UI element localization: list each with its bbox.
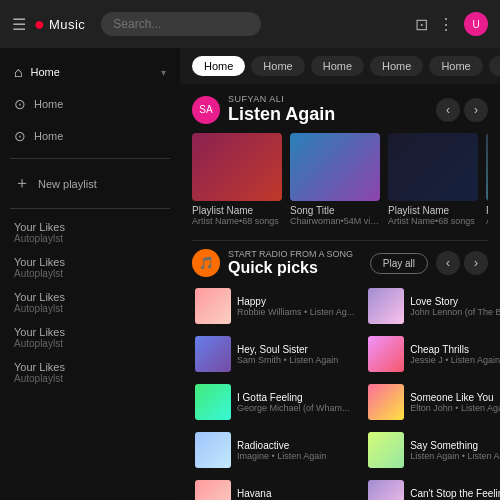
pick-thumb-0: ▶ bbox=[195, 288, 231, 324]
tab-home-2[interactable]: Home bbox=[311, 56, 364, 76]
album-card-3[interactable]: ▶ Playlist Name Artist Name•68 songs bbox=[486, 133, 488, 226]
menu-icon[interactable]: ☰ bbox=[12, 15, 26, 34]
sidebar-item-home-2[interactable]: ⊙ Home bbox=[0, 88, 180, 120]
quick-picks-icon: 🎵 bbox=[192, 249, 220, 277]
logo-text: Music bbox=[49, 17, 85, 32]
pick-sub-9: Imagine • Listen Again bbox=[237, 451, 354, 461]
tab-home-1[interactable]: Home bbox=[251, 56, 304, 76]
plus-icon: ＋ bbox=[14, 173, 30, 194]
nav-arrows: ‹ › bbox=[436, 98, 488, 122]
playlist-item-3[interactable]: Your Likes Autoplaylst bbox=[0, 320, 180, 355]
pick-title-13: Can't Stop the Feeling! bbox=[410, 488, 500, 499]
qp-prev-arrow[interactable]: ‹ bbox=[436, 251, 460, 275]
pick-title-3: Hey, Soul Sister bbox=[237, 344, 354, 355]
search-input[interactable] bbox=[101, 12, 261, 36]
section-artist-name: Sufyan Ali bbox=[228, 94, 428, 104]
album-thumb-0: ▶ bbox=[192, 133, 282, 201]
pick-thumb-9: ▶ bbox=[195, 432, 231, 468]
top-navigation: ☰ ● Music ⊡ ⋮ U bbox=[0, 0, 500, 48]
pick-title-10: Say Something bbox=[410, 440, 500, 451]
playlist-subtitle: Autoplaylst bbox=[14, 233, 166, 244]
playlist-item-1[interactable]: Your Likes Autoplaylst bbox=[0, 250, 180, 285]
sidebar-label: Home bbox=[30, 66, 153, 78]
cast-icon[interactable]: ⊡ bbox=[415, 15, 428, 34]
sidebar-label-2: Home bbox=[34, 98, 166, 110]
more-icon[interactable]: ⋮ bbox=[438, 15, 454, 34]
pick-info-7: Someone Like You Elton John • Listen Aga… bbox=[410, 392, 500, 413]
home-icon-3: ⊙ bbox=[14, 128, 26, 144]
playlist-item-4[interactable]: Your Likes Autoplaylst bbox=[0, 355, 180, 390]
music-logo-icon: ● bbox=[34, 14, 45, 35]
sidebar-divider-2 bbox=[10, 208, 170, 209]
pick-info-12: Havana Annie Lennox (of Eurythm... bbox=[237, 488, 354, 501]
album-title-3: Playlist Name bbox=[486, 205, 488, 216]
album-thumb-2: ▶ bbox=[388, 133, 478, 201]
tab-home-3[interactable]: Home bbox=[370, 56, 423, 76]
playlist-subtitle: Autoplaylst bbox=[14, 303, 166, 314]
main-layout: ⌂ Home ▾ ⊙ Home ⊙ Home ＋ New playlist Yo… bbox=[0, 48, 500, 500]
album-card-0[interactable]: ▶ Playlist Name Artist Name•68 songs bbox=[192, 133, 282, 226]
pick-item-13[interactable]: ▶ Can't Stop the Feeling! Calvin Harris … bbox=[365, 477, 500, 500]
pick-sub-6: George Michael (of Wham... bbox=[237, 403, 354, 413]
qp-nav-arrows: ‹ › bbox=[436, 251, 488, 275]
tab-home-4[interactable]: Home bbox=[429, 56, 482, 76]
pick-item-12[interactable]: ▶ Havana Annie Lennox (of Eurythm... bbox=[192, 477, 357, 500]
pick-item-6[interactable]: ▶ I Gotta Feeling George Michael (of Wha… bbox=[192, 381, 357, 423]
section-title-group: Sufyan Ali Listen Again bbox=[228, 94, 428, 125]
main-content: Home Home Home Home Home Home SA Sufyan … bbox=[180, 48, 500, 500]
playlist-item-0[interactable]: Your Likes Autoplaylst bbox=[0, 215, 180, 250]
pick-title-0: Happy bbox=[237, 296, 354, 307]
pick-title-6: I Gotta Feeling bbox=[237, 392, 354, 403]
pick-sub-4: Jessie J • Listen Again bbox=[410, 355, 500, 365]
pick-item-10[interactable]: ▶ Say Something Listen Again • Listen Ag… bbox=[365, 429, 500, 471]
pick-item-1[interactable]: ▶ Love Story John Lennon (of The Beats..… bbox=[365, 285, 500, 327]
sidebar-divider bbox=[10, 158, 170, 159]
new-playlist-label: New playlist bbox=[38, 178, 97, 190]
section-title: Listen Again bbox=[228, 104, 428, 125]
sidebar-item-home-1[interactable]: ⌂ Home ▾ bbox=[0, 56, 180, 88]
prev-arrow[interactable]: ‹ bbox=[436, 98, 460, 122]
pick-thumb-4: ▶ bbox=[368, 336, 404, 372]
avatar[interactable]: U bbox=[464, 12, 488, 36]
section-header-listen-again: SA Sufyan Ali Listen Again ‹ › bbox=[192, 94, 488, 125]
pick-item-4[interactable]: ▶ Cheap Thrills Jessie J • Listen Again bbox=[365, 333, 500, 375]
tab-home-5[interactable]: Home bbox=[489, 56, 500, 76]
pick-item-0[interactable]: ▶ Happy Robbie Williams • Listen Ag... bbox=[192, 285, 357, 327]
playlist-title: Your Likes bbox=[14, 221, 166, 233]
playlist-subtitle: Autoplaylst bbox=[14, 373, 166, 384]
pick-info-13: Can't Stop the Feeling! Calvin Harris (s… bbox=[410, 488, 500, 501]
quick-picks-grid: ▶ Happy Robbie Williams • Listen Ag... ▶… bbox=[192, 285, 488, 500]
pick-item-3[interactable]: ▶ Hey, Soul Sister Sam Smith • Listen Ag… bbox=[192, 333, 357, 375]
playlist-subtitle: Autoplaylst bbox=[14, 268, 166, 279]
sidebar-item-home-3[interactable]: ⊙ Home bbox=[0, 120, 180, 152]
pick-sub-0: Robbie Williams • Listen Ag... bbox=[237, 307, 354, 317]
pick-item-9[interactable]: ▶ Radioactive Imagine • Listen Again bbox=[192, 429, 357, 471]
pick-title-1: Love Story bbox=[410, 296, 500, 307]
pick-thumb-13: ▶ bbox=[368, 480, 404, 500]
pick-info-1: Love Story John Lennon (of The Beats... bbox=[410, 296, 500, 317]
album-sub-2: Artist Name•68 songs bbox=[388, 216, 478, 226]
playlist-item-2[interactable]: Your Likes Autoplaylst bbox=[0, 285, 180, 320]
pick-info-3: Hey, Soul Sister Sam Smith • Listen Agai… bbox=[237, 344, 354, 365]
qp-next-arrow[interactable]: › bbox=[464, 251, 488, 275]
pick-title-12: Havana bbox=[237, 488, 354, 499]
pick-thumb-12: ▶ bbox=[195, 480, 231, 500]
pick-thumb-7: ▶ bbox=[368, 384, 404, 420]
next-arrow[interactable]: › bbox=[464, 98, 488, 122]
new-playlist-button[interactable]: ＋ New playlist bbox=[0, 165, 180, 202]
pick-sub-1: John Lennon (of The Beats... bbox=[410, 307, 500, 317]
pick-sub-10: Listen Again • Listen Again bbox=[410, 451, 500, 461]
play-all-button[interactable]: Play all bbox=[370, 253, 428, 274]
pick-info-0: Happy Robbie Williams • Listen Ag... bbox=[237, 296, 354, 317]
album-thumb-1: ▶ bbox=[290, 133, 380, 201]
sidebar: ⌂ Home ▾ ⊙ Home ⊙ Home ＋ New playlist Yo… bbox=[0, 48, 180, 500]
pick-info-10: Say Something Listen Again • Listen Agai… bbox=[410, 440, 500, 461]
playlist-title: Your Likes bbox=[14, 326, 166, 338]
pick-item-7[interactable]: ▶ Someone Like You Elton John • Listen A… bbox=[365, 381, 500, 423]
pick-thumb-6: ▶ bbox=[195, 384, 231, 420]
album-card-1[interactable]: ▶ Song Title Chairwoman•54M views bbox=[290, 133, 380, 226]
album-card-2[interactable]: ▶ Playlist Name Artist Name•68 songs bbox=[388, 133, 478, 226]
pick-info-6: I Gotta Feeling George Michael (of Wham.… bbox=[237, 392, 354, 413]
tab-home-active[interactable]: Home bbox=[192, 56, 245, 76]
album-title-1: Song Title bbox=[290, 205, 380, 216]
